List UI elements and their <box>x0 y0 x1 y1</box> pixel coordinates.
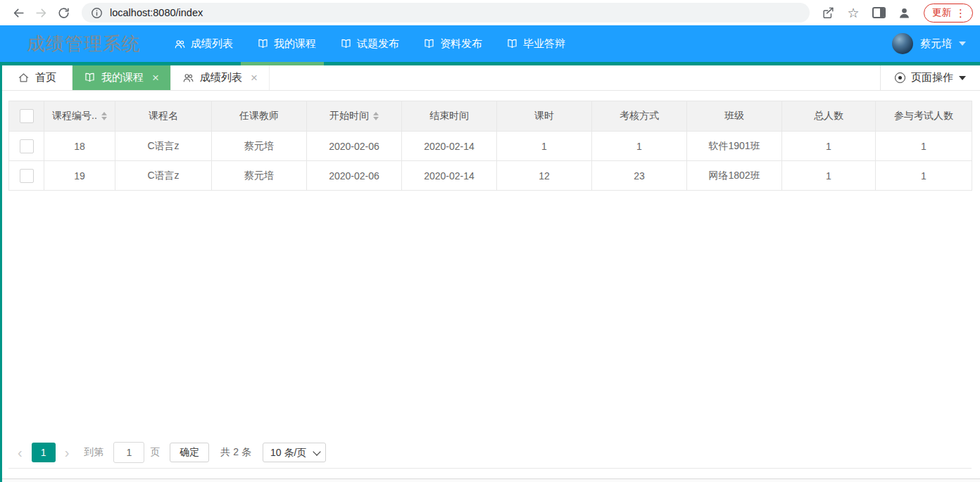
table-cell: 1 <box>592 132 687 161</box>
close-icon[interactable]: × <box>251 72 258 84</box>
empty-space <box>2 191 980 437</box>
table-cell: C语言z <box>115 132 212 161</box>
reload-icon[interactable] <box>52 3 75 23</box>
radio-dot-icon <box>895 72 905 83</box>
nav-item-label: 我的课程 <box>274 37 316 51</box>
course-table: 课程编号..课程名任课教师开始时间结束时间课时考核方式班级总人数参与考试人数 1… <box>8 101 972 191</box>
column-header: 任课教师 <box>212 101 307 132</box>
close-icon[interactable]: × <box>152 72 159 84</box>
column-header: 结束时间 <box>402 101 497 132</box>
nav-item[interactable]: 毕业答辩 <box>494 25 577 62</box>
chevron-down-icon <box>959 42 966 46</box>
table-cell: 网络1802班 <box>687 161 782 191</box>
column-header: 参与考试人数 <box>876 101 972 132</box>
nav-item[interactable]: 我的课程 <box>245 25 328 62</box>
page-actions-button[interactable]: 页面操作 <box>880 65 980 90</box>
table-cell: 1 <box>876 132 972 161</box>
forward-icon[interactable] <box>30 3 52 23</box>
total-count-label: 共 2 条 <box>220 446 251 459</box>
site-info-icon[interactable] <box>90 6 103 20</box>
nav-item[interactable]: 资料发布 <box>411 25 494 62</box>
column-header-label: 结束时间 <box>429 110 469 121</box>
column-header-label: 课时 <box>534 110 554 121</box>
column-header: 总人数 <box>782 101 876 132</box>
nav-item[interactable]: 成绩列表 <box>162 25 245 62</box>
tab-label: 成绩列表 <box>200 71 242 84</box>
url-text[interactable]: localhost:8080/index <box>110 7 203 18</box>
avatar[interactable] <box>892 33 913 54</box>
tab[interactable]: 我的课程× <box>73 65 171 90</box>
navbar-menu: 成绩列表我的课程试题发布资料发布毕业答辩 <box>162 25 577 62</box>
tab-label: 我的课程 <box>101 71 144 84</box>
page-number-input[interactable] <box>113 442 144 463</box>
tab-list: 首页我的课程×成绩列表× <box>2 65 270 90</box>
sort-icon[interactable] <box>373 112 379 120</box>
bookmark-star-icon[interactable]: ☆ <box>842 3 865 23</box>
row-checkbox[interactable] <box>20 169 34 183</box>
table-cell: 1 <box>782 161 876 191</box>
table-cell: 12 <box>497 161 592 191</box>
book-icon <box>84 72 96 84</box>
tab[interactable]: 首页 <box>2 65 73 90</box>
table-cell: 1 <box>497 132 592 161</box>
tab[interactable]: 成绩列表× <box>171 65 270 90</box>
next-page-icon[interactable]: › <box>56 445 79 459</box>
share-icon[interactable] <box>817 3 839 23</box>
tab-bar: 首页我的课程×成绩列表× 页面操作 <box>2 65 980 91</box>
table-row: 18C语言z蔡元培2020-02-062020-02-1411软件1901班11 <box>9 132 972 161</box>
column-header-label: 课程编号.. <box>52 110 97 121</box>
users-icon <box>174 38 186 50</box>
confirm-button[interactable]: 确定 <box>170 443 209 462</box>
side-panel-icon[interactable] <box>867 3 890 23</box>
table-cell: 2020-02-14 <box>402 132 497 161</box>
table-cell: 蔡元培 <box>212 161 307 191</box>
nav-item[interactable]: 试题发布 <box>328 25 411 62</box>
row-select-cell <box>9 132 44 161</box>
app-title: 成绩管理系统 <box>27 32 141 56</box>
home-icon <box>18 72 30 84</box>
kebab-menu-icon[interactable]: ⋮ <box>955 8 966 18</box>
select-all-checkbox[interactable] <box>20 109 34 123</box>
sort-icon[interactable] <box>101 112 107 120</box>
chrome-actions: ☆ 更新 ⋮ <box>817 3 973 23</box>
table-row: 19C语言z蔡元培2020-02-062020-02-141223网络1802班… <box>9 161 972 191</box>
page-size-select[interactable]: 10 条/页 <box>263 443 326 462</box>
table-cell: 2020-02-14 <box>402 161 497 191</box>
column-header[interactable]: 课程编号.. <box>44 101 115 132</box>
page-size-select-wrap: 10 条/页 <box>263 443 326 462</box>
users-icon <box>182 72 194 84</box>
page-unit-label: 页 <box>150 446 160 459</box>
table-body: 18C语言z蔡元培2020-02-062020-02-1411软件1901班11… <box>9 132 972 191</box>
profile-icon[interactable] <box>893 3 915 23</box>
user-name: 蔡元培 <box>920 37 952 51</box>
column-header-label: 开始时间 <box>329 110 369 121</box>
tab-label: 首页 <box>35 71 56 84</box>
column-header-label: 总人数 <box>814 110 843 121</box>
book-icon <box>257 38 269 50</box>
table-cell: 18 <box>44 132 115 161</box>
column-header: 课时 <box>497 101 592 132</box>
chevron-down-icon <box>959 76 966 80</box>
update-button[interactable]: 更新 ⋮ <box>924 4 973 23</box>
bottom-padding <box>2 469 980 478</box>
page-button-1[interactable]: 1 <box>32 443 56 462</box>
book-icon <box>340 38 352 50</box>
page-actions-label: 页面操作 <box>911 71 953 84</box>
nav-item-label: 试题发布 <box>357 37 399 51</box>
back-icon[interactable] <box>7 3 30 23</box>
row-checkbox[interactable] <box>20 139 34 153</box>
column-header[interactable]: 开始时间 <box>307 101 402 132</box>
book-icon <box>423 38 435 50</box>
url-bar[interactable]: localhost:8080/index <box>82 3 810 23</box>
user-menu[interactable]: 蔡元培 <box>892 33 980 54</box>
table-cell: 2020-02-06 <box>307 161 402 191</box>
column-header: 考核方式 <box>592 101 687 132</box>
prev-page-icon[interactable]: ‹ <box>8 445 32 459</box>
table-cell: 蔡元培 <box>212 132 307 161</box>
table-cell: 软件1901班 <box>687 132 782 161</box>
browser-chrome: localhost:8080/index ☆ 更新 ⋮ <box>0 0 980 25</box>
table-cell: 1 <box>782 132 876 161</box>
column-header-label: 参与考试人数 <box>894 110 953 121</box>
app-navbar: 成绩管理系统 成绩列表我的课程试题发布资料发布毕业答辩 蔡元培 <box>0 25 980 62</box>
active-nav-underline <box>241 62 324 65</box>
